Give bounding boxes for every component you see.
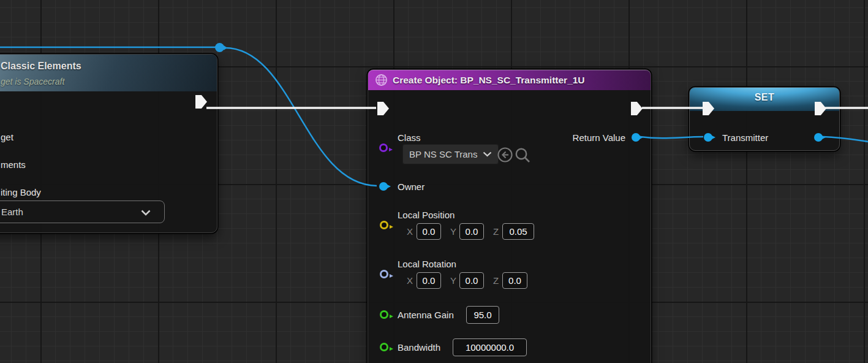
pin-label-orbiting-body: iting Body: [1, 187, 41, 197]
class-dropdown[interactable]: BP NS SC Trans: [402, 144, 499, 164]
exec-output-pin[interactable]: [195, 95, 207, 109]
pin-label-local-position: Local Position: [398, 210, 455, 220]
chevron-down-icon: [483, 151, 492, 157]
orbiting-body-dropdown[interactable]: Earth: [0, 201, 165, 223]
axis-label-y: Y: [450, 226, 456, 237]
node-title: Classic Elements: [1, 61, 81, 72]
local-position-y-input[interactable]: 0.0: [459, 223, 484, 240]
wire-reroute-to-owner: [225, 48, 377, 186]
pin-label-transmitter: Transmitter: [722, 132, 768, 143]
blueprint-canvas[interactable]: Classic Elements get is Spacecraft get m…: [0, 0, 868, 363]
owner-pin[interactable]: [379, 182, 388, 191]
exec-output-pin[interactable]: [631, 102, 643, 115]
exec-input-pin[interactable]: [377, 102, 389, 115]
pin-label-local-rotation: Local Rotation: [398, 259, 456, 269]
bandwidth-pin[interactable]: [380, 343, 388, 351]
pin-label-target: get: [1, 132, 13, 142]
pin-label-return-value: Return Value: [573, 132, 625, 143]
local-position-z-input[interactable]: 0.05: [502, 223, 534, 240]
node-title: SET: [690, 92, 839, 103]
spawn-object-icon: [375, 74, 388, 86]
pin-label-antenna-gain: Antenna Gain: [398, 310, 454, 320]
use-selected-asset-icon[interactable]: [497, 147, 513, 163]
axis-label-x: X: [407, 226, 413, 237]
axis-label-y: Y: [450, 275, 456, 286]
reroute-node[interactable]: [215, 43, 224, 52]
pin-label-class: Class: [398, 132, 421, 143]
orbiting-body-dropdown-value: Earth: [1, 207, 23, 217]
node-title: Create Object: BP_NS_SC_Transmitter_1U: [393, 75, 585, 86]
antenna-gain-pin[interactable]: [380, 310, 388, 319]
axis-label-z: Z: [493, 226, 499, 237]
local-rotation-y-input[interactable]: 0.0: [459, 272, 484, 289]
node-subtitle: get is Spacecraft: [1, 77, 64, 86]
class-pin[interactable]: [379, 143, 388, 152]
local-rotation-x-input[interactable]: 0.0: [417, 272, 441, 289]
node-set-transmitter[interactable]: SET Transmitter: [689, 87, 840, 151]
local-position-pin[interactable]: [380, 221, 388, 229]
node-create-object[interactable]: Create Object: BP_NS_SC_Transmitter_1U C…: [368, 69, 651, 363]
axis-label-z: Z: [493, 275, 499, 286]
axis-label-x: X: [407, 275, 413, 286]
class-dropdown-value: BP NS SC Trans: [409, 149, 477, 159]
local-position-x-input[interactable]: 0.0: [417, 223, 441, 240]
chevron-down-icon: [141, 210, 151, 216]
local-rotation-z-input[interactable]: 0.0: [502, 272, 527, 289]
antenna-gain-input[interactable]: 95.0: [466, 306, 499, 324]
return-value-pin[interactable]: [632, 133, 640, 142]
pin-label-elements: ments: [1, 159, 26, 170]
transmitter-output-pin[interactable]: [814, 133, 823, 142]
browse-asset-icon[interactable]: [515, 147, 530, 163]
node-classic-elements[interactable]: Classic Elements get is Spacecraft get m…: [0, 54, 217, 233]
transmitter-input-pin[interactable]: [704, 133, 712, 142]
pin-label-owner: Owner: [398, 182, 425, 192]
bandwidth-input[interactable]: 10000000.0: [453, 338, 527, 356]
local-rotation-pin[interactable]: [380, 270, 388, 278]
pin-label-bandwidth: Bandwidth: [398, 342, 440, 353]
